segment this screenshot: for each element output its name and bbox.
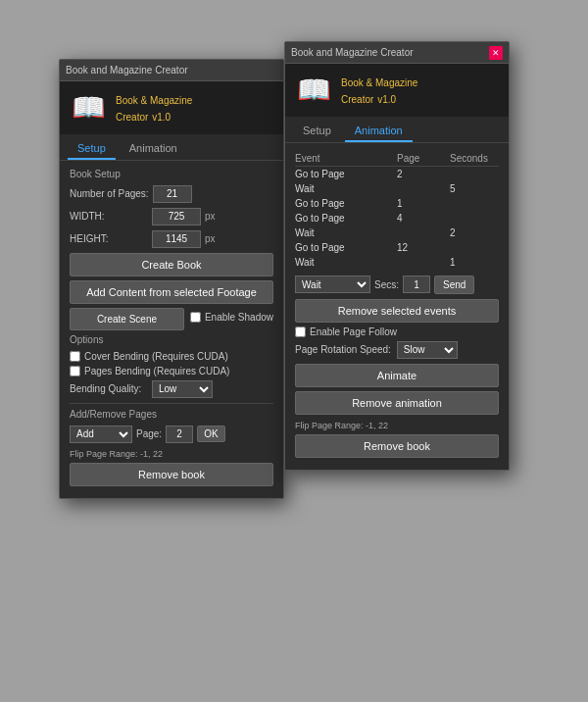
scene-shadow-row: Create Scene Enable Shadow (70, 308, 273, 330)
remove-events-button[interactable]: Remove selected events (295, 299, 499, 323)
event-4-sec: 2 (450, 227, 499, 238)
title-2: Book and Magazine Creator (291, 47, 414, 58)
ok-button[interactable]: OK (197, 426, 224, 442)
tab-setup-2[interactable]: Setup (293, 121, 341, 142)
shadow-label: Enable Shadow (205, 312, 273, 323)
event-4-page (397, 227, 446, 238)
tab-animation-2[interactable]: Animation (345, 121, 413, 142)
rotation-select[interactable]: Slow Medium Fast (397, 341, 458, 359)
window-2: Book and Magazine Creator ✕ 📖 Book & Mag… (284, 41, 510, 471)
width-unit: px (205, 211, 216, 222)
tabs-2: Setup Animation (285, 117, 509, 143)
event-0-event: Go to Page (295, 169, 393, 179)
rotation-row: Page Rotation Speed: Slow Medium Fast (295, 341, 499, 359)
animation-content: Event Page Seconds Go to Page 2 Wait 5 G… (285, 143, 509, 470)
event-row-4: Wait 2 (295, 226, 499, 240)
shadow-checkbox-row: Enable Shadow (190, 312, 273, 323)
setup-content: Book Setup Number of Pages: WIDTH: px HE… (60, 161, 283, 498)
event-3-event: Go to Page (295, 213, 393, 224)
app-header-2: 📖 Book & Magazine Creator v1.0 (285, 64, 509, 117)
height-unit: px (205, 233, 216, 244)
close-button[interactable]: ✕ (489, 46, 503, 60)
event-1-sec: 5 (450, 183, 499, 194)
header-event: Event (295, 153, 393, 164)
event-row-5: Go to Page 12 (295, 240, 499, 255)
shadow-checkbox[interactable] (190, 312, 201, 323)
flip-range-1: Flip Page Range: -1, 22 (70, 449, 273, 459)
add-content-button[interactable]: Add Content from selected Footage (70, 280, 273, 304)
event-row-2: Go to Page 1 (295, 196, 499, 211)
add-remove-label: Add/Remove Pages (70, 409, 273, 420)
page-number-input[interactable] (166, 426, 193, 443)
pages-bending-checkbox[interactable] (70, 366, 80, 376)
event-5-page: 12 (397, 242, 446, 253)
app-header-1: 📖 Book & Magazine Creator v1.0 (60, 81, 283, 134)
event-row-0: Go to Page 2 (295, 167, 499, 181)
pages-label: Number of Pages: (70, 188, 149, 199)
event-5-event: Go to Page (295, 242, 393, 253)
secs-input[interactable] (403, 276, 430, 293)
remove-book-button-1[interactable]: Remove book (70, 463, 273, 486)
tabs-1: Setup Animation (60, 134, 283, 161)
event-2-sec (450, 198, 499, 209)
pages-input[interactable] (153, 185, 192, 203)
event-type-select[interactable]: Wait Go to Page (295, 276, 370, 293)
book-icon-2: 📖 (297, 74, 331, 106)
options-label: Options (70, 334, 273, 345)
event-row-3: Go to Page 4 (295, 211, 499, 226)
tab-animation-1[interactable]: Animation (120, 138, 187, 160)
event-table: Event Page Seconds Go to Page 2 Wait 5 G… (295, 151, 499, 270)
event-0-page: 2 (397, 169, 446, 179)
bending-quality-label: Bending Quality: (70, 383, 148, 394)
width-row: WIDTH: px (70, 208, 273, 226)
add-remove-select[interactable]: Add Remove (70, 426, 132, 443)
event-5-sec (450, 242, 499, 253)
app-title-2: Book & Magazine Creator v1.0 (341, 74, 417, 107)
event-0-sec (450, 169, 499, 179)
create-scene-button[interactable]: Create Scene (70, 308, 184, 330)
bending-quality-select[interactable]: Low Medium High (152, 380, 213, 398)
page-label: Page: (136, 428, 162, 439)
cover-bending-label: Cover Bending (Requires CUDA) (84, 351, 228, 362)
event-row-6: Wait 1 (295, 255, 499, 270)
width-label: WIDTH: (70, 211, 148, 222)
flip-range-2: Flip Page Range: -1, 22 (295, 421, 499, 430)
header-page: Page (397, 153, 446, 164)
event-3-sec (450, 213, 499, 224)
event-2-event: Go to Page (295, 198, 393, 209)
secs-label: Secs: (374, 279, 399, 290)
height-row: HEIGHT: px (70, 230, 273, 248)
remove-book-button-2[interactable]: Remove book (295, 434, 499, 458)
enable-follow-label: Enable Page Follow (310, 326, 397, 337)
enable-follow-row: Enable Page Follow (295, 326, 499, 337)
animate-button[interactable]: Animate (295, 364, 499, 387)
pages-row: Number of Pages: (70, 185, 273, 203)
cover-bending-row: Cover Bending (Requires CUDA) (70, 351, 273, 362)
bending-quality-row: Bending Quality: Low Medium High (70, 380, 273, 398)
event-4-event: Wait (295, 227, 393, 238)
window-1: Book and Magazine Creator 📖 Book & Magaz… (59, 59, 284, 499)
remove-animation-button[interactable]: Remove animation (295, 391, 499, 415)
event-6-sec: 1 (450, 257, 499, 268)
pages-bending-label: Pages Bending (Requires CUDA) (84, 366, 229, 376)
cover-bending-checkbox[interactable] (70, 351, 80, 362)
pages-bending-row: Pages Bending (Requires CUDA) (70, 366, 273, 376)
tab-setup-1[interactable]: Setup (68, 138, 116, 160)
event-3-page: 4 (397, 213, 446, 224)
event-header: Event Page Seconds (295, 151, 499, 167)
height-label: HEIGHT: (70, 233, 148, 244)
add-remove-row: Add Remove Page: OK (70, 426, 273, 443)
event-6-page (397, 257, 446, 268)
send-button[interactable]: Send (434, 276, 474, 294)
width-input[interactable] (152, 208, 201, 226)
create-book-button[interactable]: Create Book (70, 253, 273, 276)
send-row: Wait Go to Page Secs: Send (295, 276, 499, 294)
enable-follow-checkbox[interactable] (295, 326, 306, 337)
event-row-1: Wait 5 (295, 181, 499, 196)
section-label: Book Setup (70, 169, 273, 179)
event-6-event: Wait (295, 257, 393, 268)
event-1-event: Wait (295, 183, 393, 194)
height-input[interactable] (152, 230, 201, 248)
title-1: Book and Magazine Creator (66, 65, 188, 75)
title-bar-2: Book and Magazine Creator ✕ (285, 42, 509, 64)
